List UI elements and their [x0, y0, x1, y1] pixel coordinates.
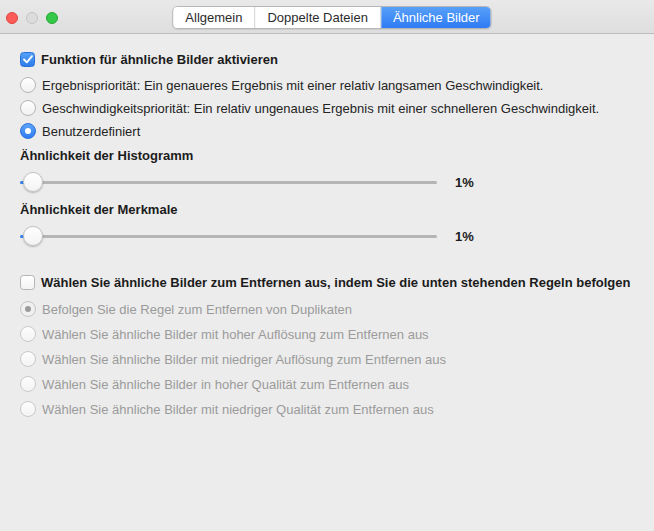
- rule-high-quality-label: Wählen Sie ähnliche Bilder in hoher Qual…: [42, 377, 409, 392]
- histogram-similarity-value: 1%: [455, 175, 474, 190]
- rule-low-resolution: Wählen Sie ähnliche Bilder mit niedriger…: [20, 351, 634, 367]
- rule-follow-duplicates-label: Befolgen Sie die Regel zum Entfernen von…: [42, 302, 352, 317]
- tab-allgemein[interactable]: Allgemein: [173, 7, 255, 28]
- histogram-similarity-slider[interactable]: [20, 171, 437, 193]
- priority-radio-group: Ergebnispriorität: Ein genaueres Ergebni…: [20, 77, 634, 139]
- feature-similarity-row: 1%: [20, 225, 634, 247]
- auto-select-checkbox[interactable]: Wählen Sie ähnliche Bilder zum Entfernen…: [20, 274, 634, 290]
- rule-high-quality: Wählen Sie ähnliche Bilder in hoher Qual…: [20, 376, 634, 392]
- radio-unselected-icon[interactable]: [20, 100, 36, 116]
- preferences-window: Allgemein Doppelte Dateien Ähnliche Bild…: [0, 0, 654, 531]
- enable-similar-images-checkbox[interactable]: Funktion für ähnliche Bilder aktivieren: [20, 51, 634, 67]
- auto-select-label: Wählen Sie ähnliche Bilder zum Entfernen…: [41, 275, 630, 290]
- radio-unselected-disabled-icon: [20, 351, 36, 367]
- rule-low-quality-label: Wählen Sie ähnliche Bilder mit niedriger…: [42, 402, 434, 417]
- radio-speed-priority-label: Geschwindigkeitspriorität: Ein relativ u…: [42, 101, 599, 116]
- rule-low-quality: Wählen Sie ähnliche Bilder mit niedriger…: [20, 401, 634, 417]
- traffic-lights: [6, 12, 58, 24]
- radio-unselected-disabled-icon: [20, 376, 36, 392]
- feature-similarity-value: 1%: [455, 229, 474, 244]
- radio-speed-priority[interactable]: Geschwindigkeitspriorität: Ein relativ u…: [20, 100, 634, 116]
- radio-selected-disabled-icon: [20, 301, 36, 317]
- radio-custom[interactable]: Benutzerdefiniert: [20, 123, 634, 139]
- slider-track[interactable]: [20, 235, 437, 238]
- enable-similar-images-label: Funktion für ähnliche Bilder aktivieren: [41, 52, 278, 67]
- tab-doppelte-dateien[interactable]: Doppelte Dateien: [255, 7, 380, 28]
- rule-high-resolution-label: Wählen Sie ähnliche Bilder mit hoher Auf…: [42, 327, 429, 342]
- slider-track[interactable]: [20, 181, 437, 184]
- radio-unselected-disabled-icon: [20, 326, 36, 342]
- minimize-button[interactable]: [26, 12, 38, 24]
- zoom-button[interactable]: [46, 12, 58, 24]
- tab-aehnliche-bilder[interactable]: Ähnliche Bilder: [381, 7, 492, 28]
- slider-knob[interactable]: [23, 226, 43, 246]
- checkbox-checked-icon[interactable]: [20, 52, 35, 67]
- radio-custom-label: Benutzerdefiniert: [42, 124, 140, 139]
- similar-images-pane: Funktion für ähnliche Bilder aktivieren …: [0, 34, 654, 417]
- close-button[interactable]: [6, 12, 18, 24]
- checkmark-icon: [23, 55, 33, 64]
- radio-result-priority[interactable]: Ergebnispriorität: Ein genaueres Ergebni…: [20, 77, 634, 93]
- radio-unselected-icon[interactable]: [20, 77, 36, 93]
- removal-rules-radio-group: Befolgen Sie die Regel zum Entfernen von…: [20, 301, 634, 417]
- histogram-similarity-row: 1%: [20, 171, 634, 193]
- tab-bar: Allgemein Doppelte Dateien Ähnliche Bild…: [172, 6, 491, 29]
- slider-knob[interactable]: [23, 172, 43, 192]
- radio-unselected-disabled-icon: [20, 401, 36, 417]
- radio-result-priority-label: Ergebnispriorität: Ein genaueres Ergebni…: [42, 78, 543, 93]
- rule-low-resolution-label: Wählen Sie ähnliche Bilder mit niedriger…: [42, 352, 446, 367]
- titlebar: Allgemein Doppelte Dateien Ähnliche Bild…: [0, 0, 654, 34]
- rule-follow-duplicates: Befolgen Sie die Regel zum Entfernen von…: [20, 301, 634, 317]
- histogram-similarity-label: Ähnlichkeit der Histogramm: [20, 148, 634, 163]
- feature-similarity-label: Ähnlichkeit der Merkmale: [20, 202, 634, 217]
- radio-selected-icon[interactable]: [20, 123, 36, 139]
- rule-high-resolution: Wählen Sie ähnliche Bilder mit hoher Auf…: [20, 326, 634, 342]
- checkbox-unchecked-icon[interactable]: [20, 275, 35, 290]
- feature-similarity-slider[interactable]: [20, 225, 437, 247]
